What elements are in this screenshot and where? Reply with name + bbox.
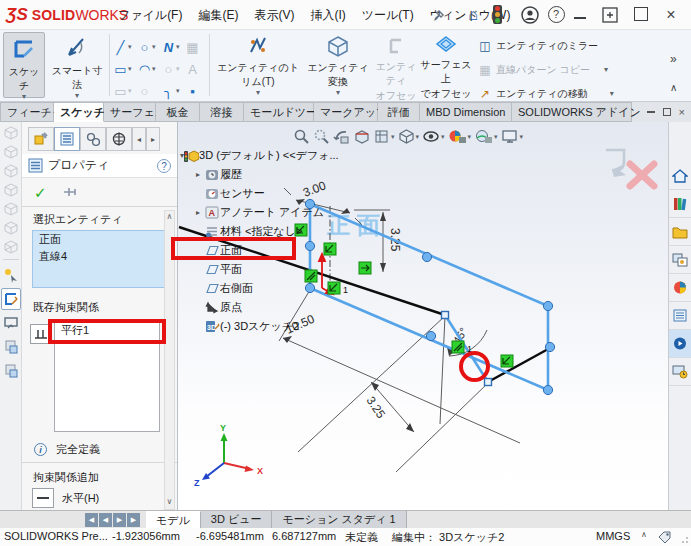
offset-on-surface-button[interactable]: サーフェス上 でオフセット [420, 32, 472, 98]
appearances-icon[interactable] [669, 274, 691, 302]
status-traffic-light-icon[interactable] [493, 5, 502, 24]
doc-close-button[interactable]: × [679, 106, 685, 118]
circle-tool[interactable]: ○▾ [137, 36, 161, 58]
confirmation-corner[interactable] [606, 150, 654, 186]
tab-sketch[interactable]: スケッチ [54, 102, 104, 122]
resize-grip[interactable] [680, 536, 689, 545]
tree-item-origin[interactable]: 原点 [180, 298, 330, 317]
ok-button[interactable]: ✓ [34, 184, 47, 202]
sketch-pattern-tool[interactable]: ▦ [185, 36, 207, 58]
text-tool[interactable]: A [185, 58, 207, 80]
view-cube-icon[interactable] [3, 125, 19, 141]
tab-evaluate[interactable]: 評価 [378, 102, 420, 122]
sketch-settings-icon[interactable] [1, 288, 21, 310]
slot-tool[interactable]: ▭▾ [113, 80, 137, 102]
tree-item-history[interactable]: ▸ 履歴 [180, 165, 330, 184]
tree-item-sensors[interactable]: センサー [180, 184, 330, 203]
tab-weldments[interactable]: 溶接 [200, 102, 244, 122]
forum-icon[interactable] [669, 330, 691, 358]
tab-motion-study[interactable]: モーション スタディ 1 [272, 511, 406, 528]
home-icon[interactable]: ⌂ [462, 4, 484, 26]
tab-nav-first-button[interactable]: ◀ [85, 513, 98, 527]
ribbon-overflow-button[interactable]: » [670, 52, 677, 66]
point-tool[interactable]: ▪ [185, 80, 207, 102]
resources-icon[interactable] [669, 358, 691, 386]
feature-manager-tab[interactable] [28, 127, 54, 151]
dimxpert-manager-tab[interactable] [106, 127, 132, 151]
tab-features[interactable]: フィーチャー [0, 102, 54, 122]
tab-markup[interactable]: マークアップ [314, 102, 378, 122]
tab-nav-next-button[interactable]: ▶ [113, 513, 126, 527]
keep-visible-pin-icon[interactable] [62, 186, 78, 198]
polygon-tool[interactable]: ○ [137, 80, 161, 102]
user-login-icon[interactable] [521, 6, 539, 24]
close-button[interactable]: × [660, 4, 682, 26]
tab-model[interactable]: モデル [146, 511, 201, 528]
status-units[interactable]: MMGS [596, 530, 630, 542]
cancel-sketch-icon[interactable] [630, 164, 654, 186]
doc-minimize-button[interactable] [647, 111, 655, 113]
doc-restore-button[interactable] [663, 108, 671, 116]
panel-help-icon[interactable]: ? [157, 159, 171, 173]
tree-item-top-plane[interactable]: 平面 [180, 260, 330, 279]
view-cube-icon[interactable] [3, 220, 19, 236]
panel-tab-scroll-left[interactable]: ◂ [132, 127, 146, 151]
view-cube-icon[interactable] [3, 144, 19, 160]
menu-insert[interactable]: 挿入(I) [302, 0, 353, 30]
tab-surfaces[interactable]: サーフェス [104, 102, 156, 122]
ribbon-collapse-button[interactable]: ∧ [670, 82, 677, 93]
copy-settings-icon[interactable] [1, 336, 21, 358]
line-tool[interactable]: ╱▾ [113, 36, 137, 58]
tab-nav-prev-button[interactable]: ◀ [99, 513, 112, 527]
home-tab-icon[interactable] [669, 162, 691, 190]
pin-menu-icon[interactable] [432, 8, 446, 22]
expand-icon[interactable]: ▸ [192, 170, 204, 179]
menu-file[interactable]: ファイル(F) [110, 0, 190, 30]
tab-nav-last-button[interactable]: ▶ [127, 513, 140, 527]
tab-mold-tools[interactable]: モールドツール [244, 102, 314, 122]
help-icon[interactable]: ? [545, 4, 567, 26]
list-item[interactable]: 正面 [33, 231, 167, 248]
tree-item-3dsketch[interactable]: 3D (-) 3Dスケッチ2 [180, 317, 330, 336]
property-manager-tab[interactable] [54, 127, 80, 151]
panel-tab-scroll-right[interactable]: ▸ [146, 127, 160, 151]
graphics-area[interactable]: ▾ ▾ ▾ ▾ ▾ ▾ 正面 [178, 122, 668, 510]
trim-entities-button[interactable]: エンティティのトリム(T) ▾ [212, 32, 304, 98]
menu-edit[interactable]: 編集(E) [190, 0, 246, 30]
configuration-manager-tab[interactable] [80, 127, 106, 151]
cascade-button[interactable] [602, 7, 618, 23]
list-item[interactable]: 直線4 [33, 248, 167, 265]
view-cube-icon[interactable] [3, 182, 19, 198]
status-expand-icon[interactable]: ∧ [641, 530, 647, 539]
custom-properties-icon[interactable] [669, 302, 691, 330]
copy-settings-icon[interactable] [1, 360, 21, 382]
view-cube-icon[interactable] [3, 163, 19, 179]
minimize-button[interactable] [574, 17, 586, 19]
appearance-target-icon[interactable] [1, 264, 21, 286]
smart-dimension-button[interactable]: スマート寸法 ▾ [48, 32, 106, 98]
tab-sheet-metal[interactable]: 板金 [156, 102, 200, 122]
expand-icon[interactable]: ▸ [192, 208, 204, 217]
maximize-button[interactable] [634, 7, 648, 21]
horizontal-relation-button[interactable]: 水平(H) [32, 488, 99, 508]
tab-3d-views[interactable]: 3D ビュー [201, 511, 273, 528]
tree-item-annotations[interactable]: ▸ A アノテート アイテム [180, 203, 330, 222]
arc-tool[interactable]: ◠▾ [137, 58, 161, 80]
menu-tools[interactable]: ツール(T) [354, 0, 422, 30]
spline-tool[interactable]: N▾ [161, 36, 185, 58]
tree-item-right-plane[interactable]: 右側面 [180, 279, 330, 298]
fillet-tool[interactable]: ╮▾ [161, 80, 185, 102]
selected-entities-list[interactable]: 正面 直線4 [32, 230, 168, 288]
file-explorer-icon[interactable] [669, 218, 691, 246]
scroll-up-icon[interactable]: ∧ [165, 212, 174, 221]
tree-item-root[interactable]: ▾ 3D (デフォルト) <<デフォ... [180, 146, 330, 165]
screen-capture-icon[interactable] [1, 312, 21, 334]
scroll-down-icon[interactable]: ∨ [165, 497, 174, 506]
view-cube-icon[interactable] [3, 239, 19, 255]
mirror-entities-button[interactable]: ◫ エンティティのミラー [476, 34, 614, 58]
rectangle-tool[interactable]: ▭▾ [113, 58, 137, 80]
design-library-icon[interactable] [669, 190, 691, 218]
tag-icon[interactable] [658, 531, 671, 544]
view-cube-icon[interactable] [3, 201, 19, 217]
convert-entities-button[interactable]: エンティティ変換 ▾ [305, 32, 371, 98]
